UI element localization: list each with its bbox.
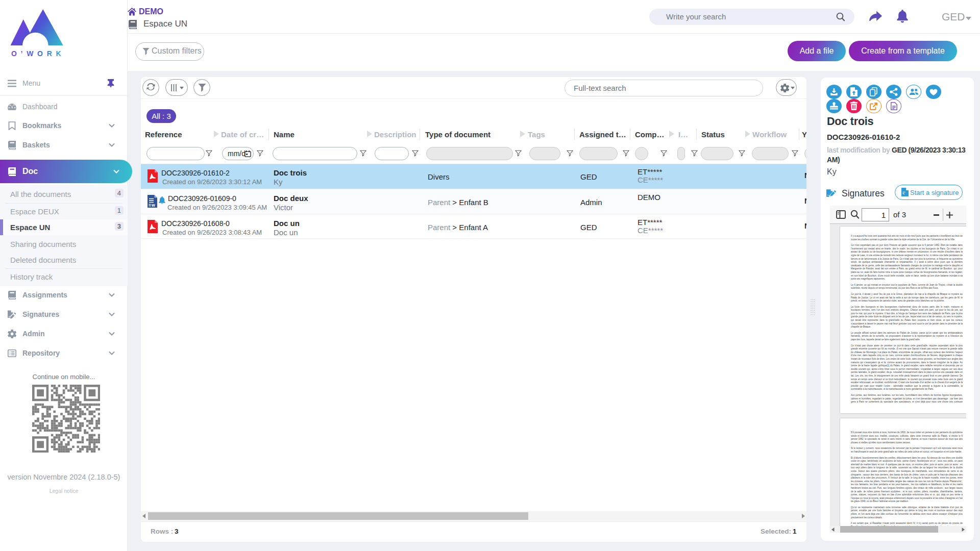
svg-text:w: w	[151, 203, 155, 208]
svg-text:O’WORK: O’WORK	[11, 49, 65, 58]
